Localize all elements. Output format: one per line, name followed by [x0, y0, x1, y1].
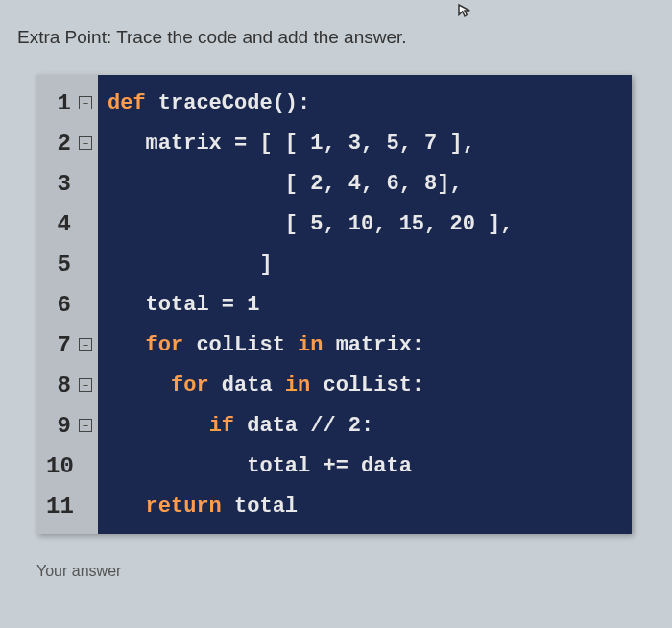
fold-icon[interactable]: − — [79, 338, 92, 351]
code-token: in — [285, 374, 310, 398]
fold-icon[interactable]: − — [79, 378, 92, 392]
gutter-row: 3 — [46, 163, 92, 204]
code-area: def traceCode(): matrix = [ [ 1, 3, 5, 7… — [98, 75, 632, 534]
code-token — [108, 374, 171, 398]
code-token: ] — [108, 253, 273, 277]
code-token: for — [171, 374, 209, 398]
code-token — [108, 414, 209, 438]
line-number: 3 — [46, 171, 71, 197]
code-line: return total — [108, 486, 622, 526]
answer-label[interactable]: Your answer — [36, 563, 655, 580]
gutter-row: 5 — [46, 244, 92, 284]
line-number: 5 — [46, 252, 71, 278]
line-number: 7 — [46, 332, 71, 358]
line-number: 11 — [46, 494, 71, 519]
code-line: [ 5, 10, 15, 20 ], — [108, 204, 622, 244]
code-line: matrix = [ [ 1, 3, 5, 7 ], — [108, 123, 622, 163]
code-token: def — [108, 91, 158, 115]
gutter-row: 11 — [46, 486, 92, 526]
gutter-row: 6 — [46, 284, 92, 325]
code-line: total += data — [108, 446, 622, 486]
code-token: matrix: — [323, 333, 424, 357]
fold-icon — [79, 177, 92, 190]
fold-icon — [79, 217, 92, 230]
line-number: 6 — [46, 292, 71, 318]
line-number-gutter: 1−2−34567−8−9−1011 — [36, 75, 98, 534]
gutter-row: 4 — [46, 204, 92, 244]
code-line: for colList in matrix: — [108, 325, 622, 365]
code-line: for data in colList: — [108, 365, 622, 405]
code-token — [108, 495, 146, 519]
code-token: total — [222, 495, 298, 519]
code-token: in — [298, 333, 323, 357]
code-token: for — [146, 333, 184, 357]
gutter-row: 8− — [46, 365, 92, 405]
code-token: [ 5, 10, 15, 20 ], — [108, 212, 513, 236]
code-line: total = 1 — [108, 284, 622, 325]
fold-icon[interactable]: − — [79, 136, 92, 150]
fold-icon — [79, 459, 92, 472]
code-token: [ 2, 4, 6, 8], — [108, 172, 463, 196]
code-token: colList: — [310, 374, 424, 398]
code-line: def traceCode(): — [108, 83, 622, 123]
gutter-row: 2− — [46, 123, 92, 163]
fold-icon — [79, 298, 92, 311]
code-token: return — [146, 495, 222, 519]
line-number: 9 — [46, 413, 71, 439]
cursor-icon — [456, 2, 473, 24]
code-block: 1−2−34567−8−9−1011 def traceCode(): matr… — [36, 75, 632, 534]
gutter-row: 1− — [46, 83, 92, 123]
code-line: ] — [108, 244, 622, 284]
fold-icon[interactable]: − — [79, 419, 92, 432]
code-token: data — [209, 374, 285, 398]
code-token — [108, 333, 146, 357]
gutter-row: 7− — [46, 325, 92, 365]
line-number: 4 — [46, 211, 71, 237]
code-token: data // 2: — [234, 414, 373, 438]
line-number: 2 — [46, 131, 71, 157]
line-number: 1 — [46, 90, 71, 116]
code-token: traceCode(): — [158, 91, 310, 115]
question-text: Extra Point: Trace the code and add the … — [17, 27, 655, 48]
code-token: if — [209, 414, 234, 438]
fold-icon[interactable]: − — [79, 96, 92, 109]
line-number: 8 — [46, 373, 71, 399]
code-token: total += data — [108, 454, 412, 478]
code-token: matrix = [ [ 1, 3, 5, 7 ], — [108, 132, 475, 156]
line-number: 10 — [46, 453, 71, 479]
code-token: total = 1 — [108, 293, 259, 317]
fold-icon — [79, 257, 92, 271]
code-token: colList — [183, 333, 298, 357]
gutter-row: 10 — [46, 446, 92, 486]
code-line: if data // 2: — [108, 405, 622, 446]
gutter-row: 9− — [46, 405, 92, 446]
fold-icon — [79, 499, 92, 513]
code-line: [ 2, 4, 6, 8], — [108, 163, 622, 204]
